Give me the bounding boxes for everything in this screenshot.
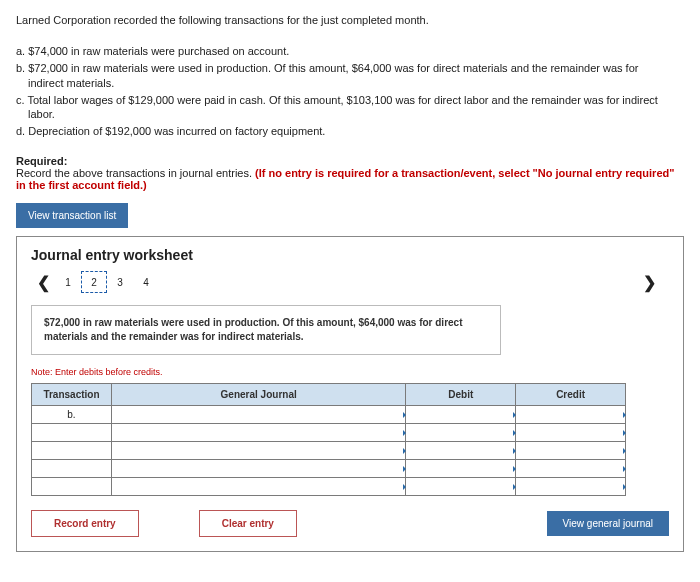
cell-credit-input[interactable]: [516, 460, 626, 478]
required-label: Required:: [16, 155, 67, 167]
view-transaction-list-button[interactable]: View transaction list: [16, 203, 128, 228]
cell-credit-input[interactable]: [516, 424, 626, 442]
debits-before-credits-note: Note: Enter debits before credits.: [31, 367, 669, 377]
intro-text: Larned Corporation recorded the followin…: [16, 14, 684, 26]
entry-description: $72,000 in raw materials were used in pr…: [31, 305, 501, 355]
item-c: c. Total labor wages of $129,000 were pa…: [16, 93, 684, 123]
cell-debit-input[interactable]: [406, 424, 516, 442]
header-debit: Debit: [406, 384, 516, 406]
table-row: [32, 424, 626, 442]
record-entry-button[interactable]: Record entry: [31, 510, 139, 537]
pager-page-3[interactable]: 3: [107, 271, 133, 293]
pager-prev-icon[interactable]: ❮: [31, 273, 55, 292]
item-d: d. Depreciation of $192,000 was incurred…: [16, 124, 684, 139]
worksheet-button-row: Record entry Clear entry View general jo…: [31, 510, 669, 537]
journal-entry-table: Transaction General Journal Debit Credit…: [31, 383, 626, 496]
pager-page-4[interactable]: 4: [133, 271, 159, 293]
cell-empty: [32, 478, 112, 496]
table-row: [32, 460, 626, 478]
cell-empty: [32, 442, 112, 460]
pager-page-1[interactable]: 1: [55, 271, 81, 293]
cell-debit-input[interactable]: [406, 442, 516, 460]
cell-credit-input[interactable]: [516, 442, 626, 460]
item-c-line2: labor.: [16, 107, 684, 122]
clear-entry-button[interactable]: Clear entry: [199, 510, 297, 537]
table-row: [32, 442, 626, 460]
cell-account-select[interactable]: [111, 478, 405, 496]
cell-empty: [32, 460, 112, 478]
cell-empty: [32, 424, 112, 442]
item-b: b. $72,000 in raw materials were used in…: [16, 61, 684, 91]
view-general-journal-button[interactable]: View general journal: [547, 511, 669, 536]
header-transaction: Transaction: [32, 384, 112, 406]
cell-debit-input[interactable]: [406, 460, 516, 478]
item-a: a. $74,000 in raw materials were purchas…: [16, 44, 684, 59]
cell-transaction-label: b.: [32, 406, 112, 424]
cell-debit-input[interactable]: [406, 406, 516, 424]
cell-credit-input[interactable]: [516, 478, 626, 496]
pager-next-icon[interactable]: ❯: [637, 273, 661, 292]
header-general-journal: General Journal: [111, 384, 405, 406]
cell-credit-input[interactable]: [516, 406, 626, 424]
cell-account-select[interactable]: [111, 406, 405, 424]
item-b-line1: b. $72,000 in raw materials were used in…: [16, 62, 638, 74]
journal-worksheet: Journal entry worksheet ❮ 1 2 3 4 ❯ $72,…: [16, 236, 684, 552]
required-text: Record the above transactions in journal…: [16, 167, 255, 179]
header-credit: Credit: [516, 384, 626, 406]
transaction-list: a. $74,000 in raw materials were purchas…: [16, 44, 684, 139]
required-block: Required: Record the above transactions …: [16, 155, 684, 191]
item-b-line2: indirect materials.: [16, 76, 684, 91]
worksheet-pager: ❮ 1 2 3 4 ❯: [31, 271, 669, 293]
cell-account-select[interactable]: [111, 424, 405, 442]
pager-page-2[interactable]: 2: [81, 271, 107, 293]
table-row: [32, 478, 626, 496]
cell-account-select[interactable]: [111, 460, 405, 478]
item-c-line1: c. Total labor wages of $129,000 were pa…: [16, 94, 658, 106]
worksheet-title: Journal entry worksheet: [31, 247, 669, 263]
table-row: b.: [32, 406, 626, 424]
cell-debit-input[interactable]: [406, 478, 516, 496]
cell-account-select[interactable]: [111, 442, 405, 460]
